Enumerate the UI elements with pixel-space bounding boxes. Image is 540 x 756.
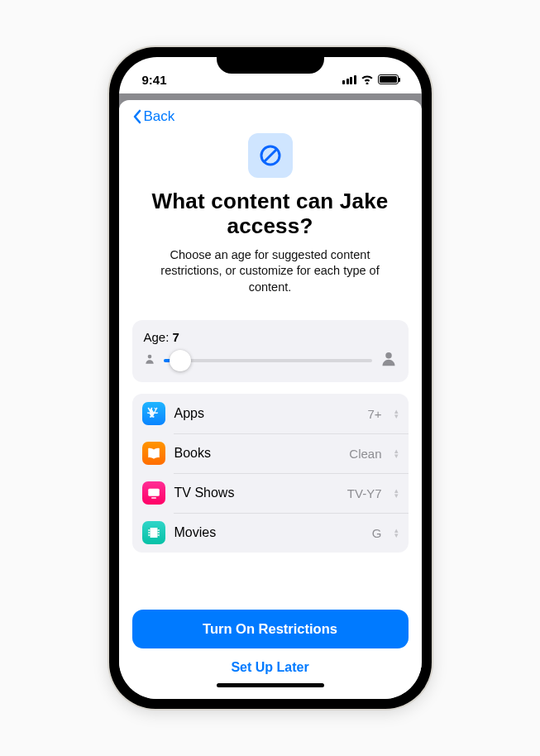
chevron-left-icon — [132, 109, 142, 124]
appstore-icon — [142, 402, 165, 425]
row-label: Apps — [174, 406, 359, 421]
phone-frame: 9:41 Back — [109, 47, 432, 709]
svg-rect-11 — [148, 535, 150, 537]
device-notch — [217, 47, 324, 74]
svg-point-3 — [385, 353, 392, 360]
wifi-icon — [361, 74, 374, 84]
svg-rect-5 — [151, 498, 156, 500]
stepper-icon: ▴▾ — [394, 488, 399, 498]
back-label: Back — [144, 108, 175, 125]
svg-rect-13 — [157, 533, 159, 534]
age-label: Age: 7 — [144, 330, 397, 344]
movies-icon — [142, 521, 165, 544]
row-books[interactable]: Books Clean ▴▾ — [132, 433, 409, 473]
row-value: G — [372, 526, 382, 540]
screen: 9:41 Back — [119, 57, 422, 699]
svg-rect-12 — [157, 530, 159, 532]
svg-rect-9 — [148, 530, 150, 532]
row-apps[interactable]: Apps 7+ ▴▾ — [132, 394, 409, 433]
stepper-icon: ▴▾ — [394, 409, 399, 419]
svg-rect-14 — [157, 535, 159, 537]
nav-bar: Back — [132, 100, 409, 130]
status-indicators — [342, 74, 399, 84]
row-value: 7+ — [367, 407, 381, 421]
row-label: Movies — [174, 525, 363, 540]
row-tv-shows[interactable]: TV Shows TV-Y7 ▴▾ — [132, 473, 409, 513]
adult-icon — [380, 351, 397, 371]
hero-section: What content can Jake access? Choose an … — [132, 130, 409, 307]
child-icon — [144, 353, 155, 368]
svg-rect-10 — [148, 533, 150, 534]
svg-point-2 — [147, 355, 151, 359]
age-slider-row — [144, 351, 397, 371]
footer-actions: Turn On Restrictions Set Up Later — [132, 596, 409, 699]
slider-thumb[interactable] — [170, 350, 191, 371]
row-label: Books — [174, 446, 341, 461]
battery-icon — [378, 74, 399, 84]
age-slider[interactable] — [164, 359, 372, 362]
row-label: TV Shows — [174, 486, 338, 500]
svg-rect-4 — [148, 489, 160, 496]
status-time: 9:41 — [142, 73, 167, 87]
age-label-prefix: Age: — [144, 330, 173, 344]
row-value: Clean — [349, 447, 381, 461]
age-value: 7 — [173, 330, 179, 344]
books-icon — [142, 442, 165, 465]
tv-icon — [142, 481, 165, 505]
modal-sheet: Back What content can Jake access? Choos… — [119, 100, 422, 699]
page-title: What content can Jake access? — [141, 189, 400, 239]
svg-line-1 — [264, 149, 277, 162]
turn-on-restrictions-button[interactable]: Turn On Restrictions — [132, 610, 409, 648]
row-value: TV-Y7 — [347, 486, 382, 500]
home-indicator[interactable] — [217, 683, 324, 687]
stepper-icon: ▴▾ — [394, 448, 399, 458]
stepper-icon: ▴▾ — [394, 528, 399, 538]
back-button[interactable]: Back — [132, 108, 175, 125]
age-slider-card: Age: 7 — [132, 320, 409, 382]
set-up-later-button[interactable]: Set Up Later — [231, 648, 308, 680]
content-type-list: Apps 7+ ▴▾ Books Clean ▴▾ TV Shows — [132, 394, 409, 553]
page-subtitle: Choose an age for suggested content rest… — [141, 247, 400, 296]
restrictions-icon — [248, 133, 293, 178]
row-movies[interactable]: Movies G ▴▾ — [132, 513, 409, 553]
cellular-signal-icon — [342, 75, 356, 84]
